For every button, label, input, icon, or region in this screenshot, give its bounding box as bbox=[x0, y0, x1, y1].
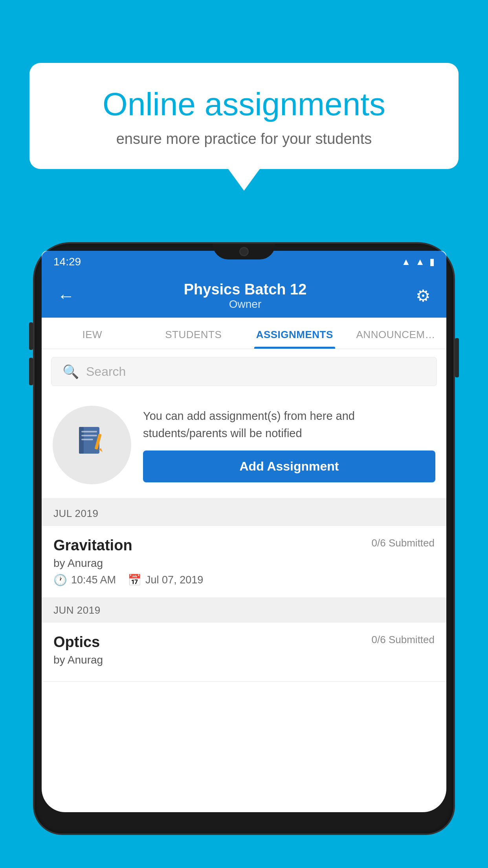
svg-rect-2 bbox=[81, 431, 97, 432]
speech-bubble-subtitle: ensure more practice for your students bbox=[57, 131, 431, 147]
phone-notch bbox=[213, 244, 275, 259]
promo-icon-circle bbox=[53, 406, 131, 484]
assignment-date-gravitation: Jul 07, 2019 bbox=[145, 574, 203, 586]
phone-mockup: 14:29 ▲ ▲ ▮ ← Physics Batch 12 Owner ⚙ I… bbox=[35, 244, 453, 868]
search-bar[interactable]: 🔍 Search bbox=[51, 357, 437, 386]
promo-text: You can add assignment(s) from here and … bbox=[143, 408, 435, 442]
assignment-item-gravitation[interactable]: Gravitation 0/6 Submitted by Anurag 🕐 10… bbox=[42, 526, 446, 598]
app-header: ← Physics Batch 12 Owner ⚙ bbox=[42, 272, 446, 318]
search-placeholder: Search bbox=[86, 364, 126, 379]
section-header-jul: JUL 2019 bbox=[42, 501, 446, 526]
search-icon: 🔍 bbox=[62, 364, 79, 379]
assignment-meta-gravitation: 🕐 10:45 AM 📅 Jul 07, 2019 bbox=[53, 574, 435, 587]
tab-announcements[interactable]: ANNOUNCEM… bbox=[345, 318, 447, 349]
search-bar-wrapper: 🔍 Search bbox=[42, 349, 446, 394]
app-screen: 14:29 ▲ ▲ ▮ ← Physics Batch 12 Owner ⚙ I… bbox=[42, 251, 446, 812]
volume-up-button bbox=[29, 322, 33, 350]
tab-students[interactable]: STUDENTS bbox=[143, 318, 244, 349]
svg-rect-3 bbox=[81, 435, 97, 436]
meta-time-gravitation: 🕐 10:45 AM bbox=[53, 574, 116, 587]
header-center: Physics Batch 12 Owner bbox=[75, 281, 416, 311]
assignment-name-gravitation: Gravitation bbox=[53, 537, 132, 554]
promo-content: You can add assignment(s) from here and … bbox=[143, 408, 435, 482]
tab-bar: IEW STUDENTS ASSIGNMENTS ANNOUNCEM… bbox=[42, 318, 446, 349]
tab-iew[interactable]: IEW bbox=[42, 318, 143, 349]
section-header-jun: JUN 2019 bbox=[42, 598, 446, 623]
wifi-icon: ▲ bbox=[401, 256, 411, 267]
assignment-submitted-gravitation: 0/6 Submitted bbox=[372, 537, 435, 549]
batch-title: Physics Batch 12 bbox=[75, 281, 416, 298]
assignment-item-top: Gravitation 0/6 Submitted bbox=[53, 537, 435, 554]
tab-assignments[interactable]: ASSIGNMENTS bbox=[244, 318, 345, 349]
assignment-submitted-optics: 0/6 Submitted bbox=[372, 634, 435, 646]
assignment-by-optics: by Anurag bbox=[53, 654, 435, 666]
settings-icon[interactable]: ⚙ bbox=[416, 286, 431, 305]
assignment-item-top-optics: Optics 0/6 Submitted bbox=[53, 634, 435, 651]
assignment-time-gravitation: 10:45 AM bbox=[71, 574, 116, 586]
speech-bubble-card: Online assignments ensure more practice … bbox=[29, 63, 459, 169]
status-icons: ▲ ▲ ▮ bbox=[401, 256, 435, 267]
volume-down-button bbox=[29, 358, 33, 385]
assignment-by-gravitation: by Anurag bbox=[53, 557, 435, 570]
add-assignment-promo: You can add assignment(s) from here and … bbox=[42, 394, 446, 501]
batch-subtitle: Owner bbox=[75, 298, 416, 311]
assignment-name-optics: Optics bbox=[53, 634, 100, 651]
back-button[interactable]: ← bbox=[57, 286, 75, 306]
speech-bubble-tail bbox=[228, 169, 260, 191]
speech-bubble-title: Online assignments bbox=[57, 86, 431, 122]
battery-icon: ▮ bbox=[429, 256, 435, 267]
power-button bbox=[455, 338, 459, 377]
phone-body: 14:29 ▲ ▲ ▮ ← Physics Batch 12 Owner ⚙ I… bbox=[35, 244, 453, 833]
meta-date-gravitation: 📅 Jul 07, 2019 bbox=[128, 574, 203, 587]
svg-rect-4 bbox=[81, 439, 93, 440]
clock-icon: 🕐 bbox=[53, 574, 67, 587]
front-camera bbox=[239, 247, 249, 256]
assignment-item-optics[interactable]: Optics 0/6 Submitted by Anurag bbox=[42, 623, 446, 682]
signal-icon: ▲ bbox=[415, 256, 425, 267]
speech-bubble-section: Online assignments ensure more practice … bbox=[29, 63, 459, 191]
notebook-icon bbox=[74, 424, 110, 467]
calendar-icon: 📅 bbox=[128, 574, 141, 587]
add-assignment-button[interactable]: Add Assignment bbox=[143, 451, 435, 482]
status-time: 14:29 bbox=[53, 256, 81, 268]
